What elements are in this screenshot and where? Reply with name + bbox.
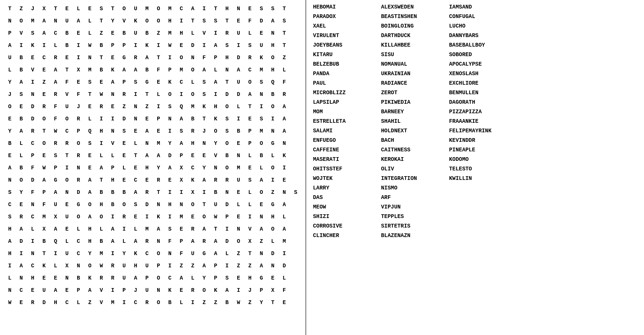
- grid-cell[interactable]: N: [61, 272, 73, 284]
- grid-cell[interactable]: D: [38, 297, 50, 309]
- grid-cell[interactable]: F: [50, 101, 61, 113]
- grid-cell[interactable]: S: [118, 125, 130, 137]
- grid-cell[interactable]: H: [130, 260, 142, 272]
- grid-cell[interactable]: L: [244, 27, 256, 39]
- grid-cell[interactable]: B: [233, 125, 244, 137]
- grid-cell[interactable]: D: [279, 260, 290, 272]
- grid-cell[interactable]: A: [38, 15, 50, 27]
- grid-cell[interactable]: A: [107, 76, 118, 88]
- grid-cell[interactable]: U: [61, 101, 73, 113]
- grid-cell[interactable]: M: [164, 3, 176, 15]
- grid-cell[interactable]: N: [164, 248, 176, 260]
- grid-cell[interactable]: E: [187, 211, 199, 223]
- word-list-item[interactable]: BEASTINSHEN: [381, 12, 435, 21]
- grid-cell[interactable]: H: [96, 199, 107, 211]
- grid-cell[interactable]: P: [107, 162, 118, 174]
- word-list-item[interactable]: RADIANCE: [381, 79, 435, 88]
- grid-cell[interactable]: N: [130, 101, 142, 113]
- grid-cell[interactable]: B: [187, 113, 199, 125]
- grid-cell[interactable]: B: [118, 27, 130, 39]
- grid-cell[interactable]: M: [27, 15, 38, 27]
- grid-cell[interactable]: R: [27, 297, 38, 309]
- word-list-item[interactable]: SOBORED: [449, 50, 503, 59]
- grid-cell[interactable]: S: [221, 39, 233, 52]
- grid-cell[interactable]: B: [16, 162, 27, 174]
- grid-cell[interactable]: K: [164, 284, 176, 297]
- grid-cell[interactable]: N: [50, 15, 61, 27]
- grid-cell[interactable]: I: [61, 162, 73, 174]
- grid-cell[interactable]: F: [27, 186, 38, 199]
- grid-cell[interactable]: H: [27, 272, 38, 284]
- word-list-item[interactable]: JOEYBEANS: [313, 41, 367, 50]
- grid-cell[interactable]: L: [279, 64, 290, 76]
- grid-cell[interactable]: L: [107, 150, 118, 162]
- grid-cell[interactable]: E: [244, 3, 256, 15]
- word-list-item[interactable]: KILLAHBEE: [381, 41, 435, 50]
- grid-cell[interactable]: K: [164, 76, 176, 88]
- grid-cell[interactable]: C: [187, 162, 199, 174]
- grid-cell[interactable]: R: [198, 235, 210, 248]
- grid-cell[interactable]: K: [107, 64, 118, 76]
- grid-cell[interactable]: B: [255, 150, 267, 162]
- grid-cell[interactable]: O: [141, 15, 153, 27]
- grid-cell[interactable]: R: [50, 88, 61, 101]
- grid-cell[interactable]: W: [210, 211, 221, 223]
- grid-cell[interactable]: O: [4, 101, 16, 113]
- grid-cell[interactable]: S: [279, 15, 290, 27]
- grid-cell[interactable]: I: [153, 101, 164, 113]
- grid-cell[interactable]: K: [210, 284, 221, 297]
- grid-cell[interactable]: E: [176, 39, 187, 52]
- grid-cell[interactable]: K: [27, 39, 38, 52]
- grid-cell[interactable]: O: [267, 223, 279, 235]
- grid-cell[interactable]: R: [221, 27, 233, 39]
- grid-cell[interactable]: H: [267, 64, 279, 76]
- grid-cell[interactable]: X: [187, 186, 199, 199]
- grid-cell[interactable]: O: [153, 272, 164, 284]
- grid-cell[interactable]: M: [107, 297, 118, 309]
- grid-cell[interactable]: L: [118, 235, 130, 248]
- grid-cell[interactable]: N: [198, 137, 210, 150]
- grid-cell[interactable]: C: [27, 260, 38, 272]
- grid-cell[interactable]: J: [27, 3, 38, 15]
- word-list-item[interactable]: UKRAINIAN: [381, 69, 435, 78]
- grid-cell[interactable]: I: [176, 88, 187, 101]
- grid-cell[interactable]: Y: [164, 137, 176, 150]
- grid-cell[interactable]: S: [244, 39, 256, 52]
- grid-cell[interactable]: R: [187, 125, 199, 137]
- grid-cell[interactable]: S: [198, 76, 210, 88]
- word-list-item[interactable]: ARF: [381, 193, 435, 202]
- grid-cell[interactable]: E: [16, 199, 27, 211]
- grid-cell[interactable]: A: [50, 64, 61, 76]
- grid-cell[interactable]: D: [141, 199, 153, 211]
- grid-cell[interactable]: D: [267, 248, 279, 260]
- grid-cell[interactable]: J: [130, 284, 142, 297]
- grid-cell[interactable]: P: [27, 150, 38, 162]
- grid-cell[interactable]: P: [210, 260, 221, 272]
- word-list-item[interactable]: KITARU: [313, 50, 367, 59]
- grid-cell[interactable]: N: [4, 284, 16, 297]
- word-list-item[interactable]: DAGORATH: [449, 98, 503, 107]
- grid-cell[interactable]: R: [38, 101, 50, 113]
- word-list-item[interactable]: CORROSIVE: [313, 222, 367, 231]
- grid-cell[interactable]: O: [153, 15, 164, 27]
- grid-cell[interactable]: Z: [153, 27, 164, 39]
- grid-cell[interactable]: B: [61, 27, 73, 39]
- grid-cell[interactable]: N: [61, 186, 73, 199]
- grid-cell[interactable]: E: [16, 297, 27, 309]
- grid-cell[interactable]: E: [61, 199, 73, 211]
- grid-cell[interactable]: P: [118, 76, 130, 88]
- grid-cell[interactable]: B: [267, 88, 279, 101]
- grid-cell[interactable]: P: [221, 211, 233, 223]
- grid-cell[interactable]: K: [130, 248, 142, 260]
- grid-cell[interactable]: E: [244, 113, 256, 125]
- grid-cell[interactable]: Z: [233, 248, 244, 260]
- grid-cell[interactable]: S: [84, 137, 96, 150]
- grid-cell[interactable]: D: [221, 88, 233, 101]
- grid-cell[interactable]: E: [61, 223, 73, 235]
- grid-cell[interactable]: O: [96, 211, 107, 223]
- grid-cell[interactable]: Z: [141, 101, 153, 113]
- grid-cell[interactable]: I: [164, 52, 176, 64]
- grid-cell[interactable]: E: [107, 101, 118, 113]
- grid-cell[interactable]: A: [107, 235, 118, 248]
- word-list-item[interactable]: FRAAANKIE: [449, 117, 503, 126]
